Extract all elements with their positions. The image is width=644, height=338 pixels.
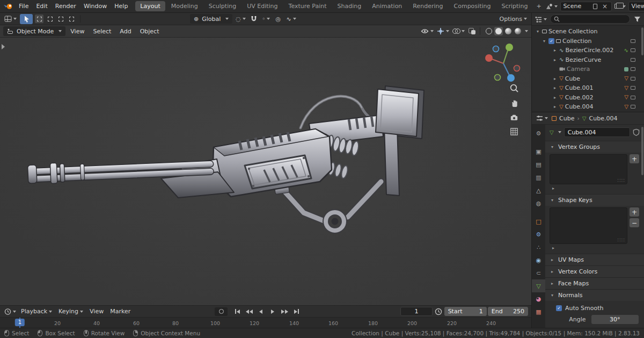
- vertex-groups-header[interactable]: Vertex Groups: [545, 141, 644, 153]
- view-layer-selector[interactable]: View Layer: [628, 2, 644, 11]
- collection-checkbox[interactable]: [548, 38, 554, 44]
- view-layer-icon[interactable]: [613, 2, 627, 11]
- props-tab-constraints[interactable]: [532, 267, 545, 279]
- uv-maps-header[interactable]: UV Maps: [545, 254, 644, 265]
- disclosure-icon[interactable]: [541, 39, 547, 44]
- hide-viewport-icon[interactable]: [631, 86, 635, 90]
- menu-add[interactable]: Add: [116, 28, 135, 35]
- outliner-scrollbar[interactable]: [641, 27, 643, 55]
- props-tab-view-layer[interactable]: [532, 171, 545, 184]
- snap-target-dropdown[interactable]: [261, 14, 272, 24]
- snap-magnet-toggle[interactable]: [249, 14, 259, 24]
- view-menu[interactable]: View: [87, 308, 106, 315]
- tab-sculpting[interactable]: Sculpting: [204, 1, 241, 11]
- pan-hand-icon[interactable]: [509, 97, 519, 108]
- tab-layout[interactable]: Layout: [135, 1, 165, 11]
- playhead-frame-label[interactable]: 1: [15, 319, 25, 326]
- mode-dropdown[interactable]: Object Mode: [3, 26, 65, 36]
- disclosure-icon[interactable]: [551, 246, 556, 250]
- props-tab-object[interactable]: [532, 215, 545, 228]
- blender-logo-icon[interactable]: [3, 3, 13, 10]
- disclosure-icon[interactable]: [552, 85, 558, 90]
- outliner-row-cube-002[interactable]: Cube.002: [532, 93, 644, 103]
- menu-select[interactable]: Select: [89, 28, 115, 35]
- disclosure-icon[interactable]: [552, 57, 558, 62]
- new-scene-button[interactable]: [592, 3, 599, 10]
- timeline-ruler[interactable]: 20 40 60 80 100 120 140 160 180 200 220 …: [0, 317, 531, 328]
- face-maps-header[interactable]: Face Maps: [545, 278, 644, 289]
- keying-menu[interactable]: Keying: [56, 308, 86, 315]
- ortho-grid-icon[interactable]: [509, 126, 519, 137]
- preview-range-clock-icon[interactable]: [434, 307, 443, 317]
- remove-shape-key-button[interactable]: −: [630, 218, 639, 227]
- chevron-down-icon[interactable]: [558, 131, 561, 133]
- scene-icon[interactable]: [545, 2, 559, 11]
- current-frame-field[interactable]: 1: [400, 307, 432, 316]
- hide-viewport-icon[interactable]: [631, 96, 635, 99]
- jump-to-end-button[interactable]: [291, 307, 302, 316]
- outliner-row-cube-001[interactable]: Cube.001: [532, 83, 644, 93]
- add-shape-key-button[interactable]: +: [630, 207, 639, 217]
- search-input[interactable]: [550, 15, 630, 24]
- play-button[interactable]: [267, 307, 278, 316]
- jump-to-start-button[interactable]: [232, 307, 243, 316]
- proportional-falloff-dropdown[interactable]: [285, 14, 297, 24]
- overlays-dropdown[interactable]: [451, 26, 466, 36]
- disclosure-icon[interactable]: [535, 29, 540, 34]
- shading-rendered[interactable]: [514, 27, 522, 35]
- disclosure-icon[interactable]: [551, 186, 556, 191]
- breadcrumb-data[interactable]: Cube.004: [589, 115, 618, 122]
- shape-keys-list[interactable]: [550, 207, 627, 244]
- props-tab-object-data[interactable]: [532, 279, 545, 292]
- pivot-point-dropdown[interactable]: [235, 14, 247, 24]
- outliner-row-beziercurve[interactable]: BezierCurve: [532, 55, 644, 65]
- object-type-visibility-dropdown[interactable]: [420, 26, 435, 36]
- tab-texture-paint[interactable]: Texture Paint: [284, 1, 332, 11]
- disclosure-icon[interactable]: [552, 95, 558, 100]
- options-dropdown[interactable]: Options: [499, 14, 528, 24]
- add-vertex-group-button[interactable]: +: [630, 154, 639, 163]
- menu-help[interactable]: Help: [111, 3, 131, 10]
- props-tab-output[interactable]: [532, 158, 545, 171]
- transform-orientation-dropdown[interactable]: Global: [190, 14, 232, 24]
- marker-menu[interactable]: Marker: [107, 308, 133, 315]
- auto-smooth-checkbox[interactable]: [556, 305, 562, 311]
- hide-viewport-icon[interactable]: [631, 39, 635, 43]
- scene-selector[interactable]: Scene: [560, 2, 612, 11]
- select-mode-subtract[interactable]: [56, 15, 65, 23]
- props-tab-scene[interactable]: [532, 184, 545, 197]
- fake-user-shield-icon[interactable]: [633, 128, 640, 136]
- tab-animation[interactable]: Animation: [367, 1, 407, 11]
- filter-icon[interactable]: [632, 15, 642, 24]
- shading-material-preview[interactable]: [504, 27, 513, 35]
- shape-keys-header[interactable]: Shape Keys: [545, 195, 644, 206]
- editor-type-timeline[interactable]: [3, 307, 17, 317]
- camera-view-icon[interactable]: [509, 112, 519, 123]
- viewport-3d[interactable]: [0, 38, 531, 305]
- props-tab-material[interactable]: [532, 292, 545, 305]
- add-workspace-button[interactable]: +: [533, 2, 544, 10]
- playback-menu[interactable]: Playback: [18, 308, 55, 315]
- xray-toggle[interactable]: [467, 26, 477, 36]
- normals-header[interactable]: Normals: [545, 290, 644, 301]
- menu-edit[interactable]: Edit: [32, 3, 51, 10]
- props-tab-particles[interactable]: [532, 241, 545, 254]
- breadcrumb-object[interactable]: Cube: [559, 115, 574, 122]
- proportional-edit-toggle[interactable]: [273, 14, 283, 24]
- shading-solid[interactable]: [494, 27, 503, 35]
- outliner-row-beziercircle[interactable]: BezierCircle.002: [532, 46, 644, 55]
- select-mode-new[interactable]: [35, 15, 43, 23]
- outliner-row-camera[interactable]: Camera: [532, 64, 644, 74]
- hide-viewport-icon[interactable]: [631, 48, 635, 52]
- hide-viewport-icon[interactable]: [631, 58, 635, 62]
- props-tab-world[interactable]: [532, 197, 545, 210]
- hide-viewport-icon[interactable]: [631, 105, 635, 109]
- frame-end-field[interactable]: End 250: [488, 307, 528, 316]
- shading-wireframe[interactable]: [485, 27, 493, 35]
- hide-viewport-icon[interactable]: [631, 67, 635, 71]
- select-mode-extend[interactable]: [46, 15, 54, 23]
- disclosure-icon[interactable]: [552, 76, 558, 81]
- shading-dropdown[interactable]: [525, 30, 528, 32]
- zoom-icon[interactable]: [509, 83, 519, 94]
- select-mode-intersect[interactable]: [67, 15, 76, 23]
